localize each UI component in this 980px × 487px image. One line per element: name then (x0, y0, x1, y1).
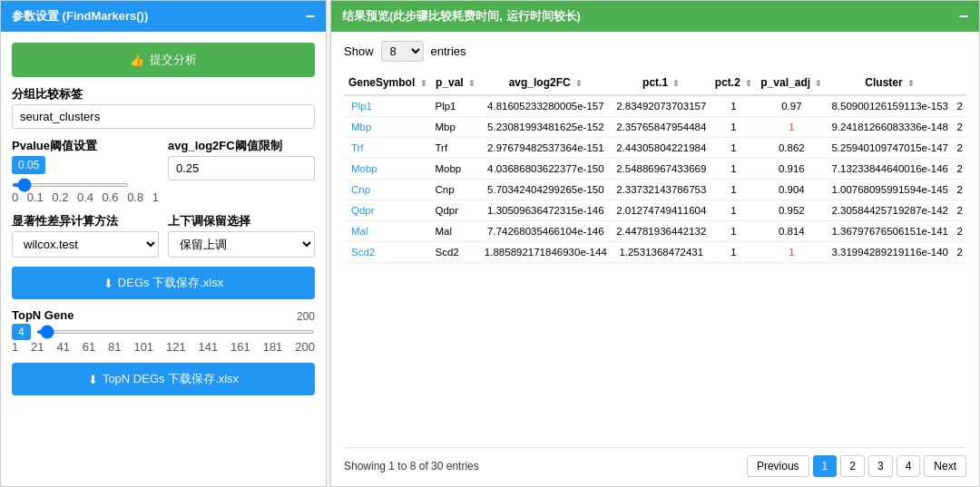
pvalue-label: Pvalue阈值设置 (12, 138, 159, 154)
table-body: Plp1 Plp1 4.81605233280005e-157 2.834920… (344, 95, 966, 263)
pval-cell: 4.03686803622377e-150 (480, 159, 612, 180)
gene-name-cell: Plp1 (431, 95, 479, 117)
topn-section: TopN Gene 200 4 121416181101121141161181… (12, 308, 315, 354)
submit-label: 提交分析 (150, 52, 197, 68)
pct1-cell: 1 (710, 159, 756, 180)
table-row: Mal Mal 7.74268035466104e-146 2.44781936… (344, 221, 966, 242)
right-panel-minimize[interactable]: − (958, 8, 968, 24)
pct1-cell: 1 (710, 180, 756, 200)
gene-link-cell[interactable]: Plp1 (344, 95, 431, 117)
entries-label: entries (431, 44, 466, 58)
table-row: Mbp Mbp 5.23081993481625e-152 2.35765847… (344, 117, 966, 138)
pvalue-slider[interactable] (12, 183, 129, 187)
diff-method-section: 显著性差异计算方法 wilcox.test t-test DESeq2 (12, 213, 159, 258)
submit-button[interactable]: 👍 提交分析 (12, 43, 315, 77)
avglog2fc-cell: 1.2531368472431 (612, 242, 710, 263)
topn-header: TopN Gene 200 (12, 308, 315, 324)
pct2-cell: 0.862 (757, 138, 827, 159)
gene-link-cell[interactable]: Cnp (344, 180, 431, 200)
topn-label: TopN Gene (12, 308, 74, 322)
pct1-cell: 1 (710, 95, 756, 117)
col-pvaladf: p_val_adj ⇕ (757, 71, 827, 95)
cluster-cell: 2 (953, 180, 966, 200)
topn-download-label: TopN DEGs 下载保存.xlsx (103, 371, 239, 387)
gene-link-cell[interactable]: Qdpr (344, 200, 431, 221)
diff-method-select[interactable]: wilcox.test t-test DESeq2 (12, 231, 159, 258)
col-pct1: pct.1 ⇕ (612, 71, 710, 95)
table-row: Mobp Mobp 4.03686803622377e-150 2.548869… (344, 159, 966, 180)
pct2-cell: 1 (757, 242, 827, 263)
pvalaadj-cell: 2.30584425719287e-142 (827, 200, 953, 221)
cluster-cell: 2 (953, 159, 966, 180)
gene-name-cell: Cnp (431, 180, 479, 200)
gene-name-cell: Scd2 (431, 242, 479, 263)
pagination-row: Showing 1 to 8 of 30 entries Previous 1 … (344, 447, 966, 477)
right-panel-body: Show 8102550 entries GeneSymbol ⇕ p_val … (331, 32, 979, 486)
group-section: 分组比较标签 (12, 86, 315, 129)
topn-value-badge: 4 (12, 324, 31, 340)
left-panel-minimize[interactable]: − (305, 8, 315, 24)
degs-download-button[interactable]: ⬇ DEGs 下载保存.xlsx (12, 267, 315, 299)
right-panel-header: 结果预览(此步骤比较耗费时间, 运行时间较长) − (331, 1, 979, 32)
pval-cell: 4.81605233280005e-157 (480, 95, 612, 117)
gene-link-cell[interactable]: Scd2 (344, 242, 431, 263)
page-1-button[interactable]: 1 (813, 455, 838, 477)
table-row: Qdpr Qdpr 1.30509636472315e-146 2.012747… (344, 200, 966, 221)
right-panel-title: 结果预览(此步骤比较耗费时间, 运行时间较长) (342, 8, 581, 24)
previous-button[interactable]: Previous (747, 455, 809, 477)
updown-select[interactable]: 保留上调 保留下调 全部保留 (168, 231, 315, 258)
gene-link-cell[interactable]: Mbp (344, 117, 431, 138)
pval-cell: 2.97679482537364e-151 (480, 138, 612, 159)
showing-text: Showing 1 to 8 of 30 entries (344, 460, 479, 472)
topn-slider[interactable] (36, 330, 315, 334)
table-row: Scd2 Scd2 1.885892171846930e-144 1.25313… (344, 242, 966, 263)
avglog2fc-cell: 2.33732143786753 (612, 180, 710, 200)
avglog-input[interactable] (168, 156, 315, 180)
pvalaadj-cell: 1.00768095991594e-145 (827, 180, 953, 200)
gene-name-cell: Qdpr (431, 200, 479, 221)
topn-max: 200 (297, 310, 315, 323)
gene-link-cell[interactable]: Mal (344, 221, 431, 242)
col-avglog2fc: avg_log2FC ⇕ (480, 71, 612, 95)
page-2-button[interactable]: 2 (840, 455, 865, 477)
degs-download-label: DEGs 下载保存.xlsx (118, 275, 223, 291)
left-panel-header: 参数设置 (FindMarkers()) − (1, 1, 326, 32)
avglog2fc-cell: 2.01274749411604 (612, 200, 710, 221)
cluster-cell: 2 (953, 242, 966, 263)
pct2-cell: 0.952 (757, 200, 827, 221)
show-entries-row: Show 8102550 entries (344, 41, 966, 62)
table-row: Trf Trf 2.97679482537364e-151 2.44305804… (344, 138, 966, 159)
right-panel: 结果预览(此步骤比较耗费时间, 运行时间较长) − Show 8102550 e… (330, 0, 980, 487)
page-3-button[interactable]: 3 (868, 455, 893, 477)
pval-cell: 5.23081993481625e-152 (480, 117, 612, 138)
gene-link-cell[interactable]: Trf (344, 138, 431, 159)
next-button[interactable]: Next (924, 455, 966, 477)
avglog-section: avg_log2FC阈值限制 (168, 138, 315, 204)
pvalaadj-cell: 3.31994289219116e-140 (827, 242, 953, 263)
pct2-cell: 0.97 (757, 95, 827, 117)
table-header-row: GeneSymbol ⇕ p_val ⇕ avg_log2FC ⇕ pct.1 … (344, 71, 966, 95)
entries-select[interactable]: 8102550 (381, 41, 424, 62)
page-4-button[interactable]: 4 (897, 455, 921, 477)
avglog2fc-cell: 2.44305804221984 (612, 138, 710, 159)
pval-cell: 1.885892171846930e-144 (480, 242, 612, 263)
avglog2fc-cell: 2.35765847954484 (612, 117, 710, 138)
show-label: Show (344, 44, 374, 58)
pvalue-scale: 00.10.20.40.60.81 (12, 190, 159, 204)
pvalaadj-cell: 8.50900126159113e-153 (827, 95, 953, 117)
pvalue-badge: 0.05 (12, 156, 45, 174)
pct2-cell: 1 (757, 117, 827, 138)
group-input[interactable] (12, 104, 315, 129)
pval-cell: 7.74268035466104e-146 (480, 221, 612, 242)
table-row: Plp1 Plp1 4.81605233280005e-157 2.834920… (344, 95, 966, 117)
gene-name-cell: Trf (431, 138, 479, 159)
gene-name-cell: Mobp (431, 159, 479, 180)
cluster-cell: 2 (953, 200, 966, 221)
pct1-cell: 1 (710, 138, 756, 159)
pct1-cell: 1 (710, 242, 756, 263)
topn-download-button[interactable]: ⬇ TopN DEGs 下载保存.xlsx (12, 363, 315, 395)
download-icon: ⬇ (103, 277, 113, 290)
gene-link-cell[interactable]: Mobp (344, 159, 431, 180)
submit-icon: 👍 (130, 54, 144, 67)
pvalaadj-cell: 9.24181266083336e-148 (827, 117, 953, 138)
